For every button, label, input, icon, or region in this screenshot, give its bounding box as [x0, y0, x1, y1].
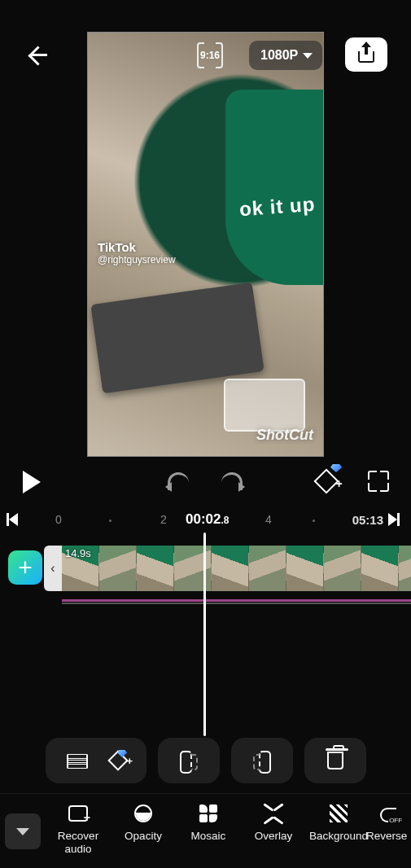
resolution-dropdown[interactable]: 1080P: [249, 41, 322, 70]
keyframe-button[interactable]: +: [314, 469, 339, 493]
play-button[interactable]: [23, 471, 41, 493]
ruler-tick: 2: [160, 513, 167, 526]
audio-track-line[interactable]: [62, 599, 411, 602]
tool-reverse[interactable]: Reverse: [371, 802, 407, 855]
tool-recover-audio[interactable]: Recover audio: [46, 802, 111, 855]
background-icon: [330, 804, 348, 822]
reverse-icon: [378, 804, 400, 822]
fullscreen-button[interactable]: [368, 471, 389, 492]
premium-gem-icon: [330, 464, 342, 472]
clip-thumbnail: [361, 546, 399, 591]
tool-background[interactable]: Background: [306, 802, 371, 855]
playhead[interactable]: [203, 533, 206, 736]
current-time: 00:02.8: [186, 511, 230, 528]
tiktok-handle: @rightguysreview: [98, 254, 176, 265]
clip-thumbnail: [399, 546, 411, 591]
redo-icon: [221, 472, 243, 490]
clip-thumbnail: [249, 546, 286, 591]
export-button[interactable]: [345, 37, 387, 72]
trim-chevron-icon: ‹: [50, 561, 55, 576]
secondary-track-line[interactable]: [62, 603, 411, 604]
back-button[interactable]: [24, 42, 50, 68]
total-time: 05:13: [352, 513, 383, 527]
tiktok-logo-text: TikTok: [98, 240, 176, 254]
redo-button[interactable]: [221, 472, 246, 493]
split-left-button[interactable]: [158, 738, 220, 783]
preview-scene: ok it up TikTok @rightguysreview ShotCut: [88, 33, 323, 456]
tool-scroll[interactable]: Recover audio Opacity Mosaic Overlay Bac…: [46, 794, 411, 855]
collapse-toolbar-button[interactable]: [5, 813, 41, 849]
clip-thumbnail: [212, 546, 249, 591]
recover-audio-icon: [68, 805, 88, 822]
tool-mosaic[interactable]: Mosaic: [176, 802, 241, 855]
split-right-button[interactable]: [231, 738, 293, 783]
ruler-dot: [313, 519, 315, 522]
opacity-icon: [134, 804, 152, 822]
aspect-ratio-button[interactable]: 9:16: [195, 41, 225, 70]
tiktok-watermark: TikTok @rightguysreview: [98, 240, 176, 265]
split-right-icon: [253, 751, 271, 770]
tool-label: Overlay: [255, 830, 293, 843]
clip-thumbnail: [174, 546, 212, 591]
clip-thumbnail: [324, 546, 361, 591]
bottom-toolbar: Recover audio Opacity Mosaic Overlay Bac…: [0, 793, 411, 868]
chevron-down-icon: [303, 53, 313, 59]
tool-label: Background: [309, 830, 368, 843]
tool-opacity[interactable]: Opacity: [111, 802, 176, 855]
mandoline-graphic: [90, 283, 264, 394]
add-clip-button[interactable]: +: [8, 550, 42, 585]
fullscreen-icon: [368, 471, 389, 492]
tool-label: Recover audio: [46, 830, 111, 855]
video-preview[interactable]: ok it up TikTok @rightguysreview ShotCut: [87, 32, 324, 457]
tool-label: Reverse: [366, 830, 407, 843]
go-to-end-button[interactable]: [388, 513, 404, 528]
share-icon: [358, 46, 374, 63]
clip-actions-pill-left: [46, 738, 146, 783]
overlay-icon: [263, 804, 284, 822]
layers-icon: [67, 752, 88, 769]
aspect-ratio-label: 9:16: [200, 50, 220, 61]
tray-graphic: [224, 379, 305, 432]
tool-label: Mosaic: [191, 830, 226, 843]
mosaic-icon: [199, 804, 217, 822]
chevron-down-icon: [16, 828, 29, 835]
split-left-icon: [180, 751, 198, 770]
ruler-tick: 0: [55, 513, 62, 526]
resolution-label: 1080P: [260, 48, 298, 63]
clip-thumbnail: [137, 546, 174, 591]
delete-clip-button[interactable]: [304, 738, 366, 783]
diamond-icon: +: [313, 468, 339, 493]
undo-button[interactable]: [168, 472, 192, 493]
time-ruler[interactable]: 0 2 00:02.8 4 05:13: [0, 508, 411, 533]
tool-overlay[interactable]: Overlay: [241, 802, 306, 855]
apron-graphic: [225, 90, 323, 285]
undo-icon: [168, 472, 189, 490]
clip-action-row: [46, 738, 366, 783]
keyframe-clip-button[interactable]: [111, 753, 125, 768]
trash-icon: [327, 752, 343, 769]
tool-label: Opacity: [125, 830, 162, 843]
shotcut-watermark: ShotCut: [256, 427, 313, 444]
clip-thumbnail: [99, 546, 137, 591]
plus-icon: +: [18, 554, 33, 581]
ruler-tick: 4: [265, 513, 272, 526]
layers-button[interactable]: [67, 752, 88, 769]
clip-strip[interactable]: [62, 546, 411, 591]
transport-bar: +: [0, 467, 411, 500]
clip-trim-handle-left[interactable]: ‹: [44, 546, 62, 591]
go-to-start-button[interactable]: [7, 513, 23, 528]
clip-thumbnail: [286, 546, 324, 591]
ruler-dot: [109, 519, 111, 522]
clip-duration-label: 14.9s: [65, 547, 91, 559]
